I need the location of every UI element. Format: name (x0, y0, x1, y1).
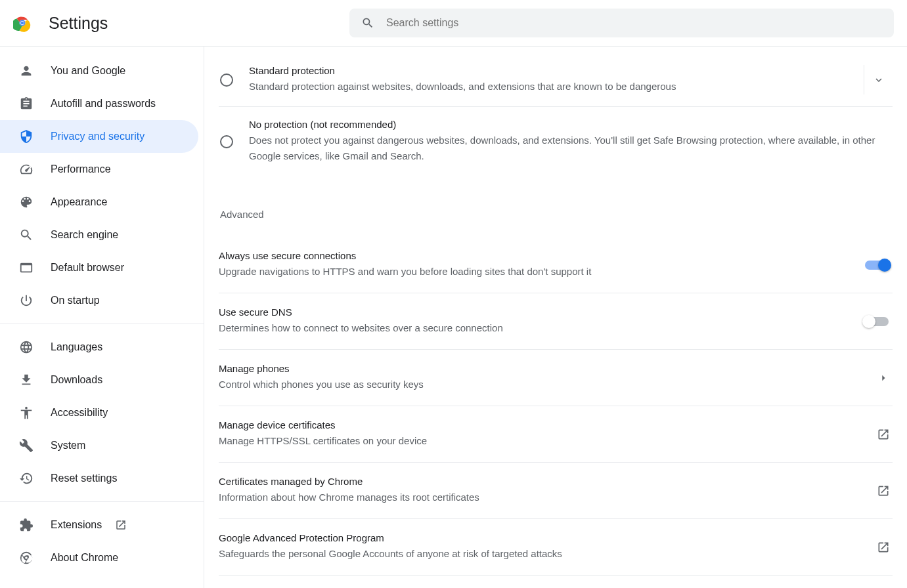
sidebar-item-you-and-google[interactable]: You and Google (0, 54, 198, 87)
setting-secure-connections[interactable]: Always use secure connections Upgrade na… (219, 237, 893, 293)
globe-icon (19, 340, 33, 354)
setting-chrome-certificates[interactable]: Certificates managed by Chrome Informati… (219, 463, 893, 519)
divider (0, 501, 204, 502)
speedometer-icon (19, 162, 33, 177)
radio-icon[interactable] (220, 74, 233, 87)
setting-device-certificates[interactable]: Manage device certificates Manage HTTPS/… (219, 406, 893, 463)
row-title: Certificates managed by Chrome (219, 476, 877, 487)
sidebar-item-label: Autofill and passwords (51, 98, 156, 110)
svg-point-3 (21, 22, 24, 25)
divider (0, 324, 204, 324)
row-desc: Determines how to connect to websites ov… (219, 320, 865, 336)
sidebar-item-label: Search engine (51, 229, 118, 241)
search-input[interactable] (386, 17, 882, 29)
sidebar-item-performance[interactable]: Performance (0, 153, 198, 186)
sidebar-item-reset[interactable]: Reset settings (0, 462, 198, 495)
row-title: Always use secure connections (219, 250, 865, 261)
sidebar-item-privacy-security[interactable]: Privacy and security (0, 120, 198, 153)
open-in-new-icon (877, 428, 890, 441)
section-header: Advanced (220, 209, 893, 220)
row-title: Manage phones (219, 363, 877, 374)
open-in-new-icon (877, 484, 890, 497)
row-desc: Safeguards the personal Google Accounts … (219, 546, 877, 562)
arrow-right-icon (877, 371, 890, 385)
sidebar-item-search-engine[interactable]: Search engine (0, 219, 198, 251)
sidebar-item-label: Downloads (51, 374, 102, 386)
sidebar-item-label: Accessibility (51, 407, 108, 419)
expand-button[interactable] (864, 65, 893, 94)
sidebar-item-label: About Chrome (51, 552, 118, 564)
shield-icon (19, 129, 33, 144)
chrome-logo-icon (13, 14, 32, 32)
sidebar-item-label: Default browser (51, 262, 124, 274)
sidebar: You and Google Autofill and passwords Pr… (0, 47, 204, 588)
row-title: Google Advanced Protection Program (219, 532, 877, 543)
sidebar-item-languages[interactable]: Languages (0, 331, 198, 364)
sidebar-item-label: You and Google (51, 65, 125, 77)
extension-icon (19, 518, 33, 532)
setting-manage-phones[interactable]: Manage phones Control which phones you u… (219, 350, 893, 406)
sidebar-item-label: Performance (51, 163, 111, 175)
sidebar-item-label: Reset settings (51, 472, 117, 484)
page-title: Settings (49, 14, 108, 33)
accessibility-icon (19, 406, 33, 420)
sidebar-item-accessibility[interactable]: Accessibility (0, 396, 198, 429)
chrome-outline-icon (19, 551, 33, 565)
sidebar-item-about[interactable]: About Chrome (0, 541, 198, 574)
row-desc: Does not protect you against dangerous w… (249, 133, 893, 164)
setting-advanced-protection[interactable]: Google Advanced Protection Program Safeg… (219, 519, 893, 576)
wrench-icon (19, 438, 33, 453)
toggle-switch[interactable] (865, 317, 889, 326)
search-bar[interactable] (349, 9, 894, 37)
sidebar-item-label: Extensions (51, 519, 102, 531)
sidebar-item-system[interactable]: System (0, 429, 198, 462)
radio-icon[interactable] (220, 135, 233, 148)
main-content: Standard protection Standard protection … (204, 47, 907, 588)
sidebar-item-default-browser[interactable]: Default browser (0, 251, 198, 284)
row-title: Standard protection (249, 65, 857, 76)
clipboard-icon (19, 96, 33, 111)
row-title: Use secure DNS (219, 306, 865, 318)
radio-standard-protection[interactable]: Standard protection Standard protection … (219, 53, 893, 107)
download-icon (19, 373, 33, 387)
sidebar-item-label: System (51, 440, 85, 452)
chevron-down-icon (873, 74, 885, 86)
sidebar-item-label: Privacy and security (51, 131, 144, 142)
search-icon (19, 228, 33, 242)
sidebar-item-label: On startup (51, 295, 100, 306)
radio-no-protection[interactable]: No protection (not recommended) Does not… (219, 107, 893, 176)
row-desc: Upgrade navigations to HTTPS and warn yo… (219, 264, 865, 280)
person-icon (19, 64, 33, 78)
open-in-new-icon (877, 541, 890, 554)
row-desc: Manage HTTPS/SSL certificates on your de… (219, 433, 877, 449)
toggle-switch[interactable] (865, 261, 889, 270)
sidebar-item-on-startup[interactable]: On startup (0, 284, 198, 317)
row-desc: Standard protection against websites, do… (249, 79, 857, 94)
row-title: No protection (not recommended) (249, 119, 893, 130)
row-desc: Control which phones you use as security… (219, 377, 877, 392)
open-in-new-icon (115, 519, 127, 531)
sidebar-item-label: Appearance (51, 196, 107, 208)
sidebar-item-extensions[interactable]: Extensions (0, 509, 198, 541)
sidebar-item-label: Languages (51, 341, 102, 353)
power-icon (19, 293, 33, 308)
search-icon (361, 16, 374, 30)
sidebar-item-downloads[interactable]: Downloads (0, 364, 198, 396)
palette-icon (19, 195, 33, 209)
row-desc: Information about how Chrome manages its… (219, 490, 877, 505)
sidebar-item-appearance[interactable]: Appearance (0, 186, 198, 219)
restore-icon (19, 471, 33, 486)
row-title: Manage device certificates (219, 419, 877, 430)
sidebar-item-autofill[interactable]: Autofill and passwords (0, 87, 198, 120)
setting-secure-dns[interactable]: Use secure DNS Determines how to connect… (219, 293, 893, 350)
browser-icon (19, 261, 33, 275)
